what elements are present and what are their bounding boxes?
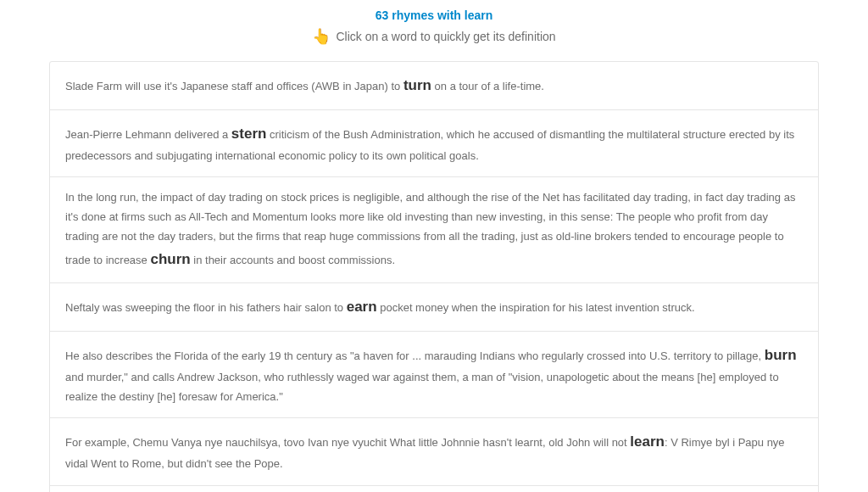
- sentence-before: Jean-Pierre Lehmann delivered a: [65, 128, 231, 141]
- list-item: Jean-Pierre Lehmann delivered a stern cr…: [50, 110, 818, 178]
- rhyme-list: Slade Farm will use it's Japanese staff …: [49, 61, 819, 492]
- list-item: Slade Farm will use it's Japanese staff …: [50, 62, 818, 110]
- sentence-before: Slade Farm will use it's Japanese staff …: [65, 80, 403, 92]
- sentence-after: in their accounts and boost commissions.: [191, 254, 395, 266]
- rhyme-word-turn[interactable]: turn: [403, 77, 431, 93]
- rhyme-word-earn[interactable]: earn: [347, 299, 377, 315]
- list-item: Neftaly was sweeping the floor in his fa…: [50, 283, 818, 332]
- list-item: For example, Chemu Vanya nye nauchilsya,…: [50, 418, 818, 486]
- sentence-after: and murder," and calls Andrew Jackson, w…: [65, 371, 779, 403]
- page-subtitle: 👆 Click on a word to quickly get its def…: [0, 27, 868, 46]
- sentence-after: pocket money when the inspiration for hi…: [377, 301, 695, 314]
- sentence-before: For example, Chemu Vanya nye nauchilsya,…: [65, 436, 630, 449]
- sentence-before: He also describes the Florida of the ear…: [65, 349, 765, 362]
- rhyme-word-burn[interactable]: burn: [765, 347, 797, 363]
- pointer-icon: 👆: [312, 27, 331, 46]
- sentence-before: Neftaly was sweeping the floor in his fa…: [65, 301, 347, 314]
- rhyme-word-churn[interactable]: churn: [150, 251, 190, 267]
- header: 63 rhymes with learn 👆 Click on a word t…: [0, 8, 868, 46]
- list-item: Finally, the overwhelming majority of Ch…: [50, 486, 818, 492]
- list-item: He also describes the Florida of the ear…: [50, 332, 818, 418]
- page-title: 63 rhymes with learn: [0, 8, 868, 22]
- subtitle-text: Click on a word to quickly get its defin…: [336, 30, 555, 43]
- rhyme-word-stern[interactable]: stern: [231, 126, 267, 142]
- rhyme-word-learn[interactable]: learn: [630, 433, 665, 450]
- sentence-after: on a tour of a life-time.: [431, 80, 544, 92]
- list-item: In the long run, the impact of day tradi…: [50, 177, 818, 283]
